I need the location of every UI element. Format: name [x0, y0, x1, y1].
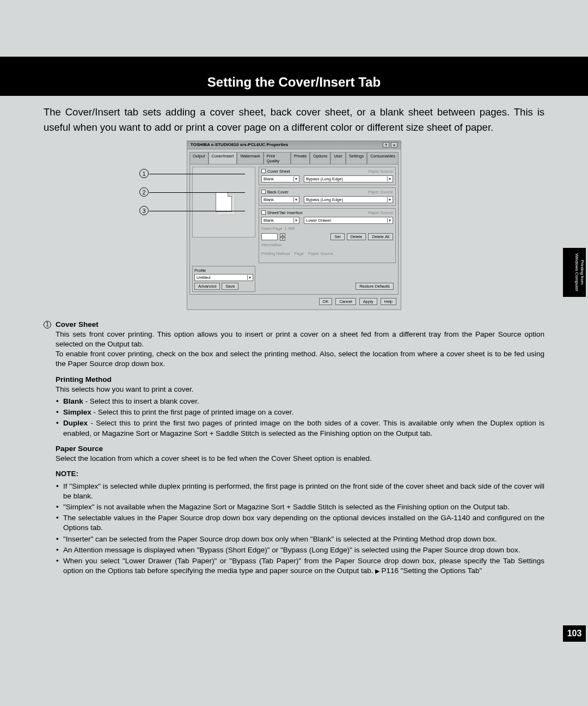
- dialog-footer: OK Cancel Apply Help: [187, 297, 401, 309]
- set-button[interactable]: Set: [330, 233, 344, 240]
- sheet-tab-source-select[interactable]: Lower Drawer▾: [304, 217, 393, 224]
- back-cover-label: Back Cover: [267, 190, 289, 194]
- chevron-down-icon: ▾: [387, 218, 391, 223]
- tab-settings[interactable]: Settings: [346, 152, 367, 165]
- page-preview: [192, 167, 255, 238]
- tab-private[interactable]: Private: [291, 152, 310, 165]
- chevron-down-icon: ▾: [293, 197, 297, 202]
- sheet-tab-group: Sheet/Tab Insertion Paper Source Blank▾ …: [259, 208, 396, 263]
- cover-sheet-source-label: Paper Source: [368, 169, 393, 174]
- back-cover-method-select[interactable]: Blank▾: [261, 196, 299, 203]
- cover-sheet-method-select[interactable]: Blank▾: [261, 175, 299, 182]
- help-icon[interactable]: ?: [383, 142, 389, 148]
- insert-page-label: Insert Page: [261, 226, 282, 231]
- tab-print-quality[interactable]: Print Quality: [264, 152, 291, 165]
- information-label: Information: [261, 242, 393, 247]
- spin-buttons[interactable]: ▴▾: [280, 233, 285, 240]
- section-side-tab: Printing from Windows Computer: [563, 248, 586, 297]
- note-list: If "Simplex" is selected while duplex pr…: [56, 482, 544, 576]
- cross-ref: P116 "Setting the Options Tab": [375, 567, 482, 575]
- close-icon[interactable]: ×: [391, 142, 397, 148]
- profile-group: Profile Untitled ▾ Advanced Save: [192, 266, 255, 292]
- insert-page-hint: 1-999: [284, 226, 295, 231]
- section-title-pill: Setting the Cover/Insert Tab: [63, 70, 525, 95]
- sheet-tab-label: Sheet/Tab Insertion: [267, 210, 303, 215]
- printing-method-title: Printing Method: [56, 375, 112, 384]
- tab-options[interactable]: Options: [310, 152, 330, 165]
- profile-select[interactable]: Untitled ▾: [194, 274, 253, 281]
- dialog-title: TOSHIBA e-STUDIO810 srs-PCL6UC Propertie…: [191, 142, 288, 147]
- intro-paragraph: The Cover/Insert tab sets adding a cover…: [44, 105, 544, 135]
- sheet-tab-method-select[interactable]: Blank▾: [261, 217, 299, 224]
- ok-button[interactable]: OK: [319, 298, 333, 305]
- delete-button[interactable]: Delete: [347, 233, 366, 240]
- page-number: 103: [563, 625, 586, 642]
- paper-source-title: Paper Source: [56, 445, 103, 453]
- back-cover-source-label: Paper Source: [368, 190, 393, 194]
- callout-1: 1: [139, 169, 149, 178]
- callout-2: 2: [139, 187, 149, 197]
- advanced-button[interactable]: Advanced: [194, 283, 220, 290]
- list-item: "Inserter" can be selected from the Pape…: [56, 534, 544, 544]
- back-cover-checkbox[interactable]: [261, 190, 266, 194]
- list-item: The selectable values in the Paper Sourc…: [56, 513, 544, 533]
- sheet-tab-checkbox[interactable]: [261, 210, 266, 215]
- item1-body: This sets front cover printing. This opt…: [56, 330, 544, 368]
- apply-button[interactable]: Apply: [359, 298, 377, 305]
- tab-output[interactable]: Output: [189, 152, 209, 165]
- chevron-down-icon: ▾: [293, 176, 297, 181]
- profile-label: Profile: [194, 268, 253, 273]
- cancel-button[interactable]: Cancel: [335, 298, 356, 305]
- save-button[interactable]: Save: [222, 283, 238, 290]
- paper-stack-icon: [216, 192, 232, 212]
- list-item: Blank - Select this to insert a blank co…: [56, 397, 544, 406]
- profile-value: Untitled: [197, 275, 210, 280]
- tab-watermark[interactable]: Watermark: [237, 152, 263, 165]
- item1-title: Cover Sheet: [56, 320, 99, 328]
- cover-sheet-label: Cover Sheet: [267, 169, 290, 174]
- list-item: An Attention message is displayed when "…: [56, 545, 544, 555]
- tab-row: Output Cover/Insert Watermark Print Qual…: [187, 149, 401, 164]
- list-item: Duplex - Select this to print the first …: [56, 418, 544, 438]
- tab-cover-insert[interactable]: Cover/Insert: [209, 152, 237, 165]
- tab-user[interactable]: User: [330, 152, 346, 165]
- list-item: "Simplex" is not available when the Maga…: [56, 502, 544, 512]
- back-cover-group: Back Cover Paper Source Blank▾ Bypass (L…: [259, 187, 396, 206]
- chevron-down-icon: ▾: [247, 275, 251, 280]
- properties-dialog: TOSHIBA e-STUDIO810 srs-PCL6UC Propertie…: [187, 141, 401, 310]
- cover-sheet-source-select[interactable]: Bypass (Long Edge)▾: [304, 175, 393, 182]
- list-item: Simplex - Select this to print the first…: [56, 407, 544, 417]
- list-item: If "Simplex" is selected while duplex pr…: [56, 482, 544, 501]
- tab-consumables[interactable]: Consumables: [367, 152, 399, 165]
- window-buttons: ? ×: [382, 142, 397, 148]
- list-item: When you select "Lower Drawer (Tab Paper…: [56, 556, 544, 576]
- dialog-titlebar: TOSHIBA e-STUDIO810 srs-PCL6UC Propertie…: [187, 141, 401, 149]
- delete-all-button[interactable]: Delete All: [368, 233, 393, 240]
- callout-3: 3: [139, 206, 149, 215]
- chevron-down-icon: ▾: [387, 176, 391, 181]
- printing-method-intro: This selects how you want to print a cov…: [56, 385, 194, 393]
- help-button[interactable]: Help: [381, 298, 396, 305]
- insert-page-input[interactable]: [261, 233, 278, 240]
- paper-source-body: Select the location from which a cover s…: [56, 454, 372, 462]
- printing-method-list: Blank - Select this to insert a blank co…: [56, 397, 544, 439]
- chevron-down-icon: ▾: [387, 197, 391, 202]
- sheet-tab-source-label: Paper Source: [368, 210, 393, 215]
- cover-sheet-group: Cover Sheet Paper Source Blank▾ Bypass (…: [259, 167, 396, 185]
- note-title: NOTE:: [56, 470, 78, 478]
- description-area: 1 Cover Sheet This sets front cover prin…: [44, 320, 544, 576]
- restore-defaults-button[interactable]: Restore Defaults: [356, 283, 394, 290]
- back-cover-source-select[interactable]: Bypass (Long Edge)▾: [304, 196, 393, 203]
- callout-number-1: 1: [44, 321, 51, 328]
- information-columns: Printing Method Page Paper Source: [261, 247, 393, 260]
- chevron-down-icon: ▾: [293, 218, 297, 223]
- cover-sheet-checkbox[interactable]: [261, 169, 266, 173]
